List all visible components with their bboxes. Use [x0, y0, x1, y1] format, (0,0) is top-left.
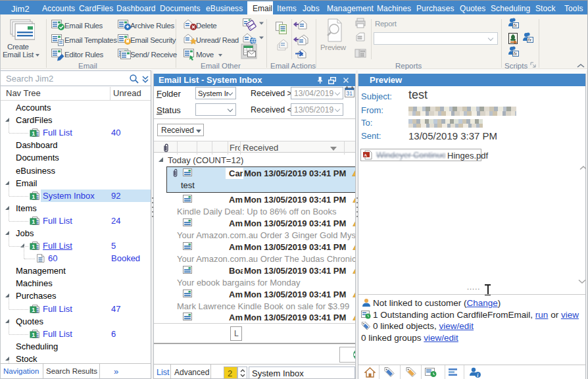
svg-text:1: 1: [32, 218, 35, 225]
svg-text:1: 1: [32, 332, 35, 338]
svg-text:1: 1: [32, 193, 35, 200]
svg-text:A: A: [364, 153, 367, 158]
svg-text:1: 1: [32, 243, 35, 250]
svg-text:1: 1: [32, 130, 35, 137]
svg-text:31: 31: [347, 90, 353, 97]
svg-text:1: 1: [32, 307, 35, 313]
